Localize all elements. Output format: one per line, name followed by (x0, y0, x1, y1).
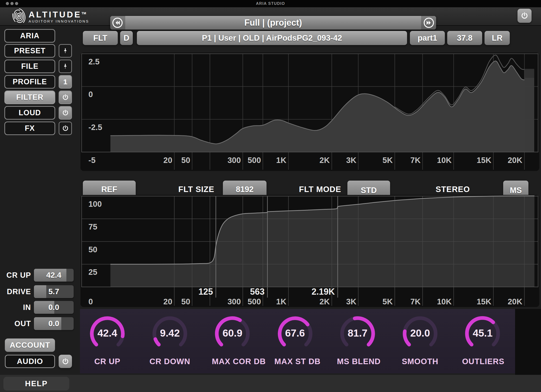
project-title: Full | (project) (110, 16, 436, 30)
out-slider[interactable]: 0.0 (34, 317, 74, 330)
sidebar-item-label: PROFILE (13, 77, 47, 86)
brand-tagline: AUDITORY INNOVATIONS (29, 19, 89, 23)
slider-label: DRIVE (0, 285, 31, 298)
slider-row-cr-up: CR UP42.4 (0, 269, 80, 282)
sidebar-item-aria[interactable]: ARIA (4, 29, 55, 43)
sidebar-item-preset[interactable]: PRESET (4, 44, 55, 58)
audio-button[interactable]: AUDIO (5, 355, 55, 368)
svg-text:5K: 5K (383, 297, 393, 306)
slider-value: 42.4 (34, 269, 74, 282)
knob-smooth[interactable]: 20.0SMOOTH (400, 311, 441, 369)
slider-stack: CR UP42.4DRIVE5.7IN0.0OUT0.0 (0, 266, 80, 334)
svg-text:25: 25 (88, 268, 97, 277)
svg-text:563: 563 (250, 287, 265, 297)
titlebar: ARIA STUDIO (0, 0, 541, 7)
svg-text:125: 125 (198, 287, 213, 297)
fx-power-button[interactable] (59, 122, 72, 135)
svg-text:-2.5: -2.5 (88, 123, 102, 132)
slider-value: 5.7 (34, 285, 74, 298)
knob-cr-down[interactable]: 9.42CR DOWN (149, 311, 190, 369)
svg-text:50: 50 (88, 245, 97, 254)
knob-label: CR DOWN (149, 357, 190, 366)
filter-response-chart[interactable]: 2.50-2.5-520503005001K2K3K5K7K10K15K20K (80, 53, 539, 171)
brand-name: ALTITUDE (29, 10, 81, 19)
channel-mode-button[interactable]: LR (485, 31, 510, 45)
sidebar-item-fx[interactable]: FX (4, 122, 55, 135)
profile-number-button[interactable]: 1 (59, 75, 72, 89)
svg-text:50: 50 (181, 156, 190, 165)
slider-label: IN (0, 301, 31, 314)
svg-text:5K: 5K (383, 156, 393, 165)
filter-response-chart-container: 2.50-2.5-520503005001K2K3K5K7K10K15K20K (80, 53, 539, 171)
knob-max-st-db[interactable]: 67.6MAX ST DB (274, 311, 316, 369)
svg-text:50: 50 (181, 297, 190, 306)
knob-label: MS BLEND (337, 357, 378, 366)
svg-text:15K: 15K (477, 156, 491, 165)
svg-text:10K: 10K (437, 297, 452, 306)
sidebar-item-profile[interactable]: PROFILE (4, 75, 55, 89)
project-navbar: Full | (project) (110, 16, 436, 30)
correction-curve-chart[interactable]: 100755025020503005001K2K3K5K7K10K15K20K1… (80, 195, 539, 307)
help-button[interactable]: HELP (3, 377, 69, 391)
svg-text:500: 500 (248, 156, 261, 165)
knob-value: 20.0 (400, 327, 441, 339)
knob-panel: 42.4CR UP9.42CR DOWN60.9MAX COR DB67.6MA… (80, 309, 515, 373)
account-button[interactable]: ACCOUNT (5, 338, 55, 352)
cr-up-slider[interactable]: 42.4 (34, 269, 74, 282)
in-slider[interactable]: 0.0 (34, 301, 74, 314)
knob-value: 81.7 (337, 327, 378, 339)
sidebar-item-loud[interactable]: LOUD (4, 106, 55, 120)
knob-label: MAX ST DB (274, 357, 316, 366)
power-icon (62, 125, 69, 132)
loud-power-button[interactable] (59, 106, 72, 120)
file-pin-button[interactable] (59, 60, 72, 73)
flt-button[interactable]: FLT (83, 31, 118, 45)
knob-outliers[interactable]: 45.1OUTLIERS (462, 311, 503, 369)
svg-text:20K: 20K (508, 297, 522, 306)
preset-pin-button[interactable] (59, 44, 72, 58)
filter-value-display[interactable]: 37.8 (447, 31, 482, 45)
svg-text:2.19K: 2.19K (312, 287, 335, 297)
filter-power-button[interactable] (59, 91, 72, 104)
sidebar-item-file[interactable]: FILE (4, 60, 55, 73)
svg-text:300: 300 (227, 156, 241, 165)
knob-value: 45.1 (462, 327, 503, 339)
audio-power-button[interactable] (59, 355, 72, 368)
knob-ms-blend[interactable]: 81.7MS BLEND (337, 311, 378, 369)
knob-value: 9.42 (149, 327, 190, 339)
knob-value: 42.4 (87, 327, 128, 339)
sidebar-item-label: LOUD (19, 108, 41, 117)
svg-text:-5: -5 (88, 156, 95, 165)
svg-text:75: 75 (88, 222, 97, 231)
svg-text:1K: 1K (276, 156, 286, 165)
knob-label: SMOOTH (400, 357, 441, 366)
slider-row-in: IN0.0 (0, 301, 80, 314)
brand-trademark: TM (81, 11, 86, 15)
svg-text:2K: 2K (320, 156, 330, 165)
sidebar-item-filter[interactable]: FILTER (4, 91, 55, 104)
sidebar-item-label: PRESET (14, 46, 46, 55)
svg-text:7K: 7K (410, 156, 421, 165)
part-selector[interactable]: part1 (410, 31, 445, 45)
knob-max-cor-db[interactable]: 60.9MAX COR DB (212, 311, 253, 369)
svg-text:3K: 3K (346, 297, 356, 306)
brand-logo: ALTITUDETM AUDITORY INNOVATIONS (29, 9, 89, 23)
power-icon (62, 94, 69, 101)
master-power-button[interactable] (517, 9, 532, 23)
delta-button[interactable]: D (120, 31, 133, 45)
profile-number: 1 (63, 78, 67, 86)
svg-text:2.5: 2.5 (88, 57, 100, 66)
power-icon (62, 109, 69, 116)
window-title: ARIA STUDIO (0, 0, 541, 7)
svg-text:7K: 7K (410, 297, 421, 306)
drive-slider[interactable]: 5.7 (34, 285, 74, 298)
svg-text:20: 20 (163, 156, 172, 165)
svg-text:300: 300 (227, 297, 241, 306)
pin-icon (62, 48, 69, 54)
svg-text:100: 100 (88, 200, 102, 208)
filter-source-selector[interactable]: P1 | User | OLD | AirPodsPG2_093-42 (137, 31, 407, 45)
panel-right-spacer (515, 309, 541, 375)
slider-value: 0.0 (34, 301, 74, 314)
svg-text:0: 0 (88, 297, 93, 306)
knob-cr-up[interactable]: 42.4CR UP (87, 311, 128, 369)
